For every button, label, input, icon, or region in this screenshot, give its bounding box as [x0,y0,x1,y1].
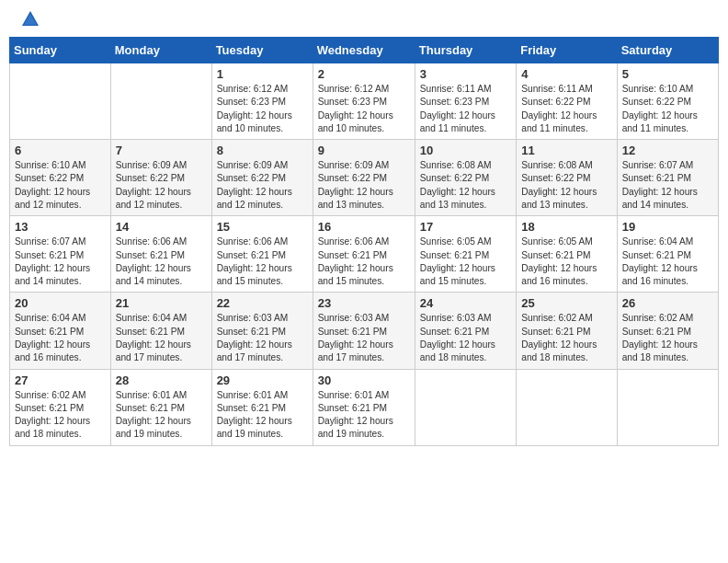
calendar-cell: 3Sunrise: 6:11 AM Sunset: 6:23 PM Daylig… [415,63,516,140]
day-number: 12 [622,144,713,157]
day-info: Sunrise: 6:01 AM Sunset: 6:21 PM Dayligh… [116,389,207,442]
day-number: 3 [420,67,511,81]
calendar-cell: 24Sunrise: 6:03 AM Sunset: 6:21 PM Dayli… [415,293,516,369]
calendar-cell: 7Sunrise: 6:09 AM Sunset: 6:22 PM Daylig… [110,140,211,216]
day-number: 13 [15,220,106,234]
day-number: 27 [15,373,106,387]
day-number: 24 [420,296,511,310]
weekday-header-friday: Friday [517,38,617,63]
day-info: Sunrise: 6:08 AM Sunset: 6:22 PM Dayligh… [521,159,611,212]
day-number: 17 [420,220,511,234]
calendar-cell: 5Sunrise: 6:10 AM Sunset: 6:22 PM Daylig… [617,63,718,140]
day-info: Sunrise: 6:03 AM Sunset: 6:21 PM Dayligh… [318,312,410,364]
day-number: 18 [521,220,611,234]
weekday-header-thursday: Thursday [415,38,516,63]
day-info: Sunrise: 6:10 AM Sunset: 6:22 PM Dayligh… [15,159,106,212]
calendar-cell: 14Sunrise: 6:06 AM Sunset: 6:21 PM Dayli… [110,216,211,293]
calendar-cell: 30Sunrise: 6:01 AM Sunset: 6:21 PM Dayli… [313,369,415,445]
calendar-cell: 2Sunrise: 6:12 AM Sunset: 6:23 PM Daylig… [313,63,415,140]
calendar-cell: 23Sunrise: 6:03 AM Sunset: 6:21 PM Dayli… [313,293,415,369]
calendar-cell: 21Sunrise: 6:04 AM Sunset: 6:21 PM Dayli… [110,293,211,369]
calendar-cell: 9Sunrise: 6:09 AM Sunset: 6:22 PM Daylig… [313,140,415,216]
calendar-cell [10,63,111,140]
calendar-cell [415,369,516,445]
day-info: Sunrise: 6:01 AM Sunset: 6:21 PM Dayligh… [217,389,308,442]
calendar-cell: 12Sunrise: 6:07 AM Sunset: 6:21 PM Dayli… [617,140,718,216]
calendar-cell: 1Sunrise: 6:12 AM Sunset: 6:23 PM Daylig… [211,63,313,140]
day-number: 2 [318,67,410,81]
day-number: 30 [318,373,410,387]
day-info: Sunrise: 6:12 AM Sunset: 6:23 PM Dayligh… [217,83,308,135]
day-info: Sunrise: 6:03 AM Sunset: 6:21 PM Dayligh… [420,312,511,364]
day-info: Sunrise: 6:09 AM Sunset: 6:22 PM Dayligh… [318,159,410,212]
day-number: 20 [15,296,106,310]
day-info: Sunrise: 6:05 AM Sunset: 6:21 PM Dayligh… [420,236,511,288]
day-number: 26 [622,296,713,310]
day-number: 10 [420,144,511,157]
weekday-header-wednesday: Wednesday [313,38,415,63]
day-number: 11 [521,144,611,157]
day-info: Sunrise: 6:09 AM Sunset: 6:22 PM Dayligh… [217,159,308,212]
weekday-header-saturday: Saturday [617,38,718,63]
calendar-cell: 26Sunrise: 6:02 AM Sunset: 6:21 PM Dayli… [617,293,718,369]
day-number: 14 [116,220,207,234]
day-number: 19 [622,220,713,234]
calendar-cell: 20Sunrise: 6:04 AM Sunset: 6:21 PM Dayli… [10,293,111,369]
calendar-cell: 8Sunrise: 6:09 AM Sunset: 6:22 PM Daylig… [211,140,313,216]
day-info: Sunrise: 6:03 AM Sunset: 6:21 PM Dayligh… [217,312,308,364]
day-info: Sunrise: 6:02 AM Sunset: 6:21 PM Dayligh… [15,389,106,442]
calendar-cell: 27Sunrise: 6:02 AM Sunset: 6:21 PM Dayli… [10,369,111,445]
calendar-week-row: 6Sunrise: 6:10 AM Sunset: 6:22 PM Daylig… [10,140,719,216]
calendar-cell [617,369,718,445]
weekday-header-tuesday: Tuesday [211,38,313,63]
calendar-cell [517,369,617,445]
day-info: Sunrise: 6:08 AM Sunset: 6:22 PM Dayligh… [420,159,511,212]
logo-icon [20,9,40,29]
day-info: Sunrise: 6:06 AM Sunset: 6:21 PM Dayligh… [318,236,410,288]
calendar-cell: 22Sunrise: 6:03 AM Sunset: 6:21 PM Dayli… [211,293,313,369]
day-info: Sunrise: 6:04 AM Sunset: 6:21 PM Dayligh… [116,312,207,364]
day-info: Sunrise: 6:04 AM Sunset: 6:21 PM Dayligh… [15,312,106,364]
logo [17,9,40,29]
day-number: 5 [622,67,713,81]
day-info: Sunrise: 6:05 AM Sunset: 6:21 PM Dayligh… [521,236,611,288]
day-number: 1 [217,67,308,81]
day-info: Sunrise: 6:11 AM Sunset: 6:22 PM Dayligh… [521,83,611,135]
calendar-cell: 29Sunrise: 6:01 AM Sunset: 6:21 PM Dayli… [211,369,313,445]
calendar-week-row: 1Sunrise: 6:12 AM Sunset: 6:23 PM Daylig… [10,63,719,140]
calendar-cell: 25Sunrise: 6:02 AM Sunset: 6:21 PM Dayli… [517,293,617,369]
day-number: 4 [521,67,611,81]
calendar-cell: 16Sunrise: 6:06 AM Sunset: 6:21 PM Dayli… [313,216,415,293]
day-info: Sunrise: 6:01 AM Sunset: 6:21 PM Dayligh… [318,389,410,442]
calendar-cell: 19Sunrise: 6:04 AM Sunset: 6:21 PM Dayli… [617,216,718,293]
calendar-week-row: 27Sunrise: 6:02 AM Sunset: 6:21 PM Dayli… [10,369,719,445]
day-info: Sunrise: 6:06 AM Sunset: 6:21 PM Dayligh… [116,236,207,288]
day-number: 28 [116,373,207,387]
calendar-cell: 10Sunrise: 6:08 AM Sunset: 6:22 PM Dayli… [415,140,516,216]
day-info: Sunrise: 6:02 AM Sunset: 6:21 PM Dayligh… [521,312,611,364]
calendar-cell: 13Sunrise: 6:07 AM Sunset: 6:21 PM Dayli… [10,216,111,293]
day-info: Sunrise: 6:11 AM Sunset: 6:23 PM Dayligh… [420,83,511,135]
calendar-week-row: 13Sunrise: 6:07 AM Sunset: 6:21 PM Dayli… [10,216,719,293]
weekday-header-monday: Monday [110,38,211,63]
day-number: 22 [217,296,308,310]
day-number: 29 [217,373,308,387]
calendar-cell: 18Sunrise: 6:05 AM Sunset: 6:21 PM Dayli… [517,216,617,293]
calendar-cell: 28Sunrise: 6:01 AM Sunset: 6:21 PM Dayli… [110,369,211,445]
calendar-cell: 17Sunrise: 6:05 AM Sunset: 6:21 PM Dayli… [415,216,516,293]
day-info: Sunrise: 6:10 AM Sunset: 6:22 PM Dayligh… [622,83,713,135]
day-info: Sunrise: 6:04 AM Sunset: 6:21 PM Dayligh… [622,236,713,288]
day-number: 8 [217,144,308,157]
calendar-cell: 6Sunrise: 6:10 AM Sunset: 6:22 PM Daylig… [10,140,111,216]
day-number: 23 [318,296,410,310]
day-number: 16 [318,220,410,234]
day-info: Sunrise: 6:07 AM Sunset: 6:21 PM Dayligh… [622,159,713,212]
calendar-cell: 15Sunrise: 6:06 AM Sunset: 6:21 PM Dayli… [211,216,313,293]
page-header [9,9,719,29]
weekday-header-sunday: Sunday [10,38,111,63]
calendar-week-row: 20Sunrise: 6:04 AM Sunset: 6:21 PM Dayli… [10,293,719,369]
day-number: 21 [116,296,207,310]
day-number: 7 [116,144,207,157]
calendar-cell: 11Sunrise: 6:08 AM Sunset: 6:22 PM Dayli… [517,140,617,216]
day-number: 6 [15,144,106,157]
